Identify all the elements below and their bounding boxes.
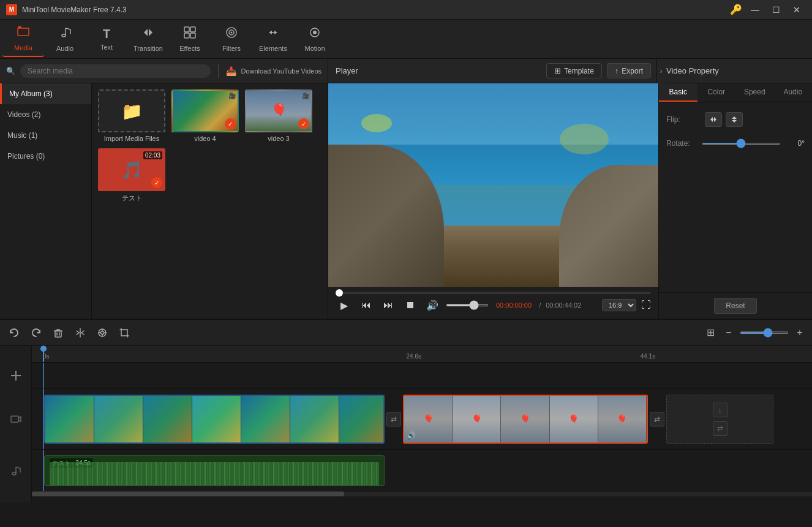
- flip-horizontal-button[interactable]: [705, 112, 722, 127]
- time-total: 00:00:44:02: [546, 301, 581, 309]
- redo-button[interactable]: [27, 324, 45, 342]
- elements-label: Elements: [259, 45, 287, 52]
- template-button[interactable]: ⊞ Template: [546, 63, 602, 78]
- progress-bar[interactable]: [336, 292, 651, 294]
- aspect-ratio-select[interactable]: 16:9 4:3 1:1 9:16: [602, 299, 636, 311]
- album-item-videos[interactable]: Videos (2): [0, 104, 91, 125]
- zoom-slider[interactable]: [740, 332, 789, 334]
- toolbar-item-effects[interactable]: Effects: [169, 21, 211, 57]
- reset-button[interactable]: Reset: [714, 298, 756, 314]
- add-track-button[interactable]: [0, 363, 31, 389]
- tab-speed[interactable]: Speed: [735, 83, 774, 102]
- motion-icon: [308, 26, 321, 42]
- toolbar-item-transition[interactable]: Transition: [127, 21, 169, 57]
- stop-button[interactable]: ⏹: [402, 297, 419, 314]
- video4-item[interactable]: 🎥 ✓ video 4: [171, 89, 239, 142]
- minimize-button[interactable]: —: [746, 3, 764, 17]
- player-controls: ▶ ⏮ ⏭ ⏹ 🔊 00:00:00:00 / 00:00:44:02 16:9…: [328, 287, 658, 319]
- download-video-icon: 📥: [226, 66, 236, 76]
- template-icon: ⊞: [554, 66, 561, 75]
- album-item-pictures[interactable]: Pictures (0): [0, 146, 91, 167]
- svg-rect-18: [55, 331, 61, 337]
- camera-icon: 🎥: [228, 93, 236, 99]
- delete-button[interactable]: [49, 324, 67, 342]
- fullscreen-button[interactable]: ⛶: [641, 300, 651, 311]
- toolbar-item-text[interactable]: T Text: [86, 21, 127, 57]
- video3-thumb[interactable]: 🎥 🎈 ✓: [245, 89, 312, 132]
- rotate-slider[interactable]: [702, 143, 781, 145]
- zoom-out-button[interactable]: −: [721, 325, 736, 340]
- play-button[interactable]: ▶: [336, 297, 353, 314]
- video3-check: ✓: [298, 118, 309, 129]
- motion-label: Motion: [304, 45, 325, 52]
- property-content: Flip:: [659, 102, 812, 292]
- audio-icon: [58, 26, 72, 42]
- filters-label: Filters: [222, 45, 241, 52]
- collapse-panel-button[interactable]: ›: [656, 59, 665, 83]
- testo-duration: 02:03: [143, 151, 162, 159]
- tab-color[interactable]: Color: [697, 83, 736, 102]
- zoom-controls: ⊞ − +: [703, 325, 807, 340]
- svg-point-20: [101, 331, 104, 334]
- video4-thumb[interactable]: 🎥 ✓: [171, 89, 239, 132]
- toolbar-item-motion[interactable]: Motion: [294, 21, 336, 57]
- toolbar-item-elements[interactable]: Elements: [252, 21, 294, 57]
- album-sidebar: My Album (3) Videos (2) Music (1) Pictur…: [0, 83, 92, 319]
- audio-clip-testo[interactable]: テスト 24.5s: [44, 455, 385, 486]
- ruler-mark-441s: 44.1s: [641, 353, 655, 360]
- prev-frame-button[interactable]: ⏮: [358, 297, 375, 314]
- progress-handle[interactable]: [336, 289, 343, 297]
- flip-icons: [705, 112, 743, 127]
- download-youtube-button[interactable]: Download YouTube Videos: [241, 67, 322, 75]
- crop-button[interactable]: [115, 324, 133, 342]
- titlebar: M MiniTool MovieMaker Free 7.4.3 🔑 — ☐ ✕: [0, 0, 812, 20]
- property-tabs: Basic Color Speed Audio: [659, 83, 812, 102]
- search-input[interactable]: [20, 64, 211, 78]
- transition-label: Transition: [133, 45, 163, 52]
- restore-button[interactable]: ☐: [767, 3, 785, 17]
- import-media-item[interactable]: 📁 Import Media Files: [98, 89, 165, 142]
- video-track-label: [0, 389, 31, 450]
- toolbar-item-audio[interactable]: Audio: [44, 21, 86, 57]
- import-thumb[interactable]: 📁: [98, 89, 165, 132]
- zoom-in-button[interactable]: +: [792, 325, 807, 340]
- toolbar: Media Audio T Text Transition: [0, 20, 812, 59]
- transition-icon-1[interactable]: ⇄: [386, 412, 401, 427]
- svg-line-26: [16, 467, 20, 468]
- key-icon: 🔑: [730, 4, 742, 15]
- export-button[interactable]: ↑ Export: [607, 63, 651, 78]
- transition-icon-2[interactable]: ⇄: [650, 412, 664, 427]
- next-frame-button[interactable]: ⏭: [380, 297, 397, 314]
- tab-basic[interactable]: Basic: [659, 83, 697, 102]
- video-property-title: Video Property: [666, 66, 719, 75]
- album-item-all[interactable]: My Album (3): [0, 83, 91, 104]
- album-item-music[interactable]: Music (1): [0, 125, 91, 146]
- split-button[interactable]: [71, 324, 89, 342]
- testo-thumb[interactable]: 🎵 02:03 ✓: [98, 148, 165, 191]
- media-icon: [17, 25, 30, 42]
- volume-slider[interactable]: [446, 304, 489, 306]
- toolbar-item-media[interactable]: Media: [2, 21, 44, 57]
- video-clip-balloons[interactable]: 🎈 🎈 🎈 🎈 🎈 🔊: [403, 395, 648, 444]
- volume-button[interactable]: 🔊: [424, 297, 441, 314]
- undo-button[interactable]: [5, 324, 23, 342]
- audio-detach-button[interactable]: [93, 324, 111, 342]
- effects-icon: [183, 26, 197, 42]
- video-display: [328, 83, 658, 287]
- empty-clip-slot: ↓ ⇄: [666, 395, 773, 444]
- camera-icon-v3: 🎥: [302, 93, 309, 99]
- timeline-scrollbar-thumb[interactable]: [32, 491, 344, 496]
- testo-item[interactable]: 🎵 02:03 ✓ テスト: [98, 148, 165, 203]
- video3-item[interactable]: 🎥 🎈 ✓ video 3: [245, 89, 312, 142]
- tab-audio[interactable]: Audio: [774, 83, 813, 102]
- audio-label: Audio: [56, 45, 73, 52]
- flip-label: Flip:: [666, 115, 700, 124]
- flip-row: Flip:: [666, 112, 805, 127]
- fit-timeline-button[interactable]: ⊞: [703, 325, 718, 340]
- filters-icon: [225, 26, 238, 42]
- toolbar-item-filters[interactable]: Filters: [211, 21, 252, 57]
- close-button[interactable]: ✕: [788, 3, 806, 17]
- flip-vertical-button[interactable]: [726, 112, 743, 127]
- video-clip-beach[interactable]: [44, 395, 385, 444]
- svg-rect-9: [190, 33, 195, 38]
